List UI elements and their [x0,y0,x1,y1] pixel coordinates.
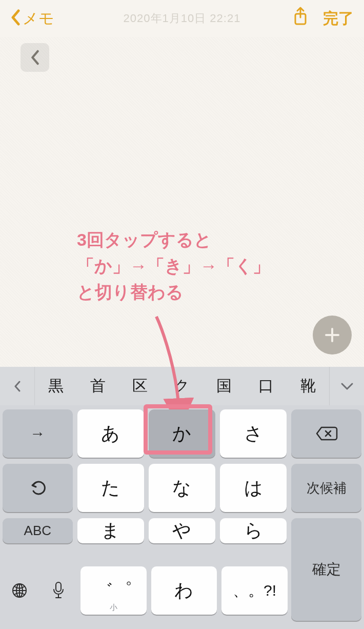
key-ta[interactable]: た [77,464,144,512]
candidate-item[interactable]: 口 [254,376,278,397]
keyboard-row: → あ か さ [3,409,361,458]
candidate-expand-button[interactable] [329,367,364,405]
key-ra[interactable]: ら [220,518,287,543]
add-button[interactable] [313,316,352,355]
undo-chip[interactable] [21,43,49,72]
annotation-line: 「か」→「き」→「く」 [77,253,292,279]
annotation-line: と切り替わる [77,279,292,305]
note-area[interactable]: 3回タップすると 「か」→「き」→「く」 と切り替わる [0,37,364,367]
keyboard-row: ABC ま や ら 確定 [3,518,361,566]
key-abc[interactable]: ABC [3,518,73,543]
key-dakuten[interactable]: ゛゜ 小 [80,566,147,615]
key-globe[interactable] [3,566,37,615]
key-ya[interactable]: や [149,518,215,543]
mic-icon [52,581,65,600]
key-wa[interactable]: わ [151,566,217,615]
key-dakuten-sub: 小 [110,603,117,613]
note-timestamp: 2020年1月10日 22:21 [0,11,364,26]
key-ma[interactable]: ま [77,518,144,543]
candidate-bar: 黒 首 区 ク 国 口 靴 [0,367,364,405]
candidate-prev-button[interactable] [0,367,35,405]
annotation-line: 3回タップすると [77,227,292,253]
key-dictation[interactable] [42,566,76,615]
globe-icon [11,582,28,599]
candidate-item[interactable]: 首 [86,376,110,397]
key-sa[interactable]: さ [220,409,287,458]
key-a[interactable]: あ [77,409,144,458]
key-punct[interactable]: 、。?! [221,566,288,615]
candidate-item[interactable]: 靴 [296,376,320,397]
key-ka[interactable]: か [149,409,215,458]
nav-bar: 2020年1月10日 22:21 メモ 完了 [0,0,364,37]
key-backspace[interactable] [291,409,361,458]
key-next-candidate[interactable]: 次候補 [291,464,361,512]
key-dakuten-label: ゛゜ [94,578,132,603]
key-ha[interactable]: は [220,464,287,512]
undo-icon [28,479,47,497]
candidate-item[interactable]: ク [170,376,194,397]
candidate-item[interactable]: 区 [128,376,152,397]
candidate-list: 黒 首 区 ク 国 口 靴 [35,367,329,405]
candidate-item[interactable]: 黒 [44,376,68,397]
candidate-item[interactable]: 国 [212,376,236,397]
key-confirm[interactable]: 確定 [291,518,361,621]
key-undo[interactable] [3,464,73,512]
keyboard-row: た な は 次候補 [3,464,361,512]
keyboard: → あ か さ た な は 次候補 ABC ま や ら 確定 [0,405,364,629]
tutorial-annotation: 3回タップすると 「か」→「き」→「く」 と切り替わる [77,227,292,305]
key-na[interactable]: な [149,464,215,512]
svg-rect-3 [56,582,61,592]
key-arrow-right[interactable]: → [3,409,73,458]
backspace-icon [315,426,338,441]
